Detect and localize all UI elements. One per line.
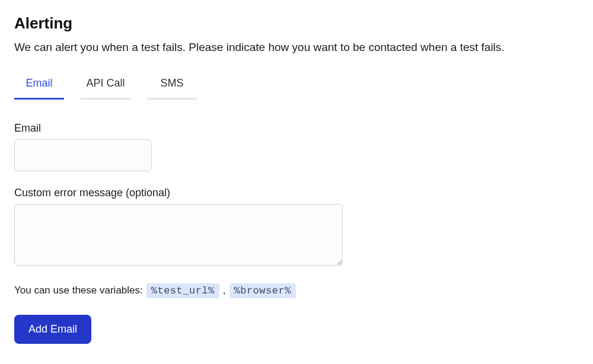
variables-hint-text: You can use these variables: [14,285,143,296]
page-description: We can alert you when a test fails. Plea… [14,40,579,56]
tab-sms[interactable]: SMS [147,74,197,100]
tab-email[interactable]: Email [14,74,64,100]
add-email-button[interactable]: Add Email [14,315,91,344]
custom-message-group: Custom error message (optional) [14,187,579,268]
tabs-container: Email API Call SMS [14,74,579,100]
email-input[interactable] [14,139,152,171]
page-title: Alerting [14,14,579,33]
custom-message-textarea[interactable] [14,204,343,266]
variables-hint: You can use these variables: %test_url% … [14,283,579,298]
variable-separator: , [223,285,226,296]
custom-message-label: Custom error message (optional) [14,187,579,199]
variable-chip-browser: %browser% [229,283,296,298]
tab-api-call[interactable]: API Call [81,74,130,100]
email-field-group: Email [14,122,579,171]
variable-chip-test-url: %test_url% [146,283,219,298]
email-label: Email [14,122,579,135]
